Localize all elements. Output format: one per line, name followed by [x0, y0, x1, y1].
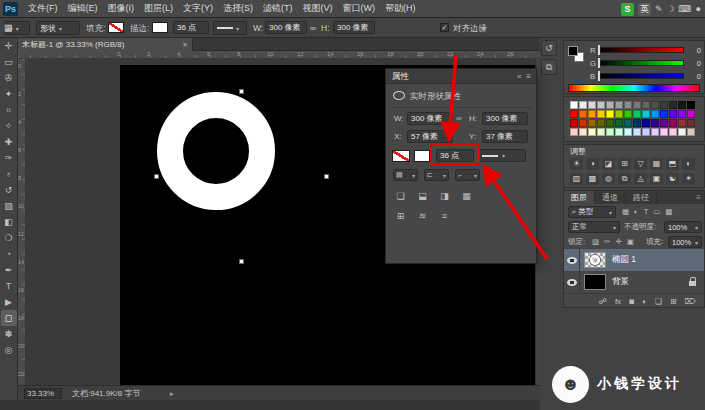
foreground-color-chip[interactable] [568, 46, 578, 56]
color-swatch[interactable] [615, 119, 623, 127]
link-layers-icon[interactable]: ☍ [599, 297, 607, 306]
fill-color-swatch[interactable] [392, 150, 410, 162]
color-swatch[interactable] [651, 101, 659, 109]
ellipse-shape-tool[interactable]: ◻ [1, 310, 17, 326]
color-swatch[interactable] [651, 110, 659, 118]
color-swatch[interactable] [669, 110, 677, 118]
adjustment-icon[interactable]: ☯ [666, 173, 679, 185]
new-group-icon[interactable]: ❏ [655, 297, 662, 306]
color-swatch[interactable] [579, 110, 587, 118]
color-swatch[interactable] [579, 119, 587, 127]
ime-badge-icon[interactable]: S [621, 3, 634, 16]
adjustment-icon[interactable]: ⬒ [666, 158, 679, 170]
visibility-toggle[interactable] [564, 249, 580, 271]
color-swatch[interactable] [678, 128, 686, 136]
color-swatch[interactable] [633, 101, 641, 109]
layer-style-icon[interactable]: fx [615, 297, 621, 306]
menu-item[interactable]: 窗口(W) [338, 0, 381, 17]
color-swatch[interactable] [624, 119, 632, 127]
eraser-tool[interactable]: ▨ [1, 198, 17, 214]
status-expand-icon[interactable]: ▸ [170, 388, 174, 399]
shape-height-field[interactable]: 300 像素 [482, 112, 528, 125]
panel-menu-icon[interactable]: ≡ [696, 191, 701, 204]
panel-tab[interactable]: 通道 [595, 191, 626, 204]
keyboard-icon[interactable]: ⌨ [679, 3, 692, 16]
color-swatch[interactable] [597, 110, 605, 118]
color-swatch[interactable] [687, 110, 695, 118]
anchor-point[interactable] [239, 89, 244, 94]
shape-height-field[interactable]: 300 像素 [333, 21, 375, 34]
layer-thumbnail[interactable] [584, 252, 606, 268]
blur-tool[interactable]: ❍ [1, 230, 17, 246]
zoom-tool[interactable]: ◎ [1, 342, 17, 358]
filter-pixel-icon[interactable]: ▦ [622, 206, 629, 218]
color-swatch[interactable] [570, 101, 578, 109]
color-swatch[interactable] [651, 119, 659, 127]
menu-item[interactable]: 视图(V) [298, 0, 338, 17]
zoom-level-field[interactable]: 33.33% [24, 388, 62, 399]
menu-item[interactable]: 帮助(H) [380, 0, 421, 17]
channel-value[interactable]: 0 [697, 72, 701, 81]
color-swatch[interactable] [597, 119, 605, 127]
color-swatch[interactable] [669, 101, 677, 109]
adjustment-icon[interactable]: ◍ [602, 173, 615, 185]
menu-item[interactable]: 文件(F) [23, 0, 63, 17]
arrange-icon[interactable]: ≡ [437, 210, 452, 223]
adjustment-icon[interactable]: ◑ [586, 158, 599, 170]
adjustment-icon[interactable]: ▣ [650, 173, 663, 185]
color-swatch[interactable] [606, 128, 614, 136]
layer-row-background[interactable]: 背景 [564, 271, 704, 293]
properties-panel-header[interactable]: 属性 « ≡ [386, 69, 536, 84]
filter-type-icon[interactable]: T [644, 206, 649, 218]
path-intersect-icon[interactable]: ◨ [437, 190, 452, 203]
adjustment-icon[interactable]: ◪ [602, 158, 615, 170]
align-icon[interactable]: ⊞ [393, 210, 408, 223]
fill-color-swatch[interactable] [108, 22, 124, 33]
brush-tool[interactable]: ✑ [1, 150, 17, 166]
x-position-field[interactable]: 57 像素 [407, 130, 453, 143]
hand-tool[interactable]: ✽ [1, 326, 17, 342]
lock-position-icon[interactable]: ✛ [615, 236, 621, 248]
dodge-tool[interactable]: ◔ [1, 246, 17, 262]
eyedropper-tool[interactable]: ✧ [1, 118, 17, 134]
path-combine-icon[interactable]: ❑ [393, 190, 408, 203]
color-spectrum-bar[interactable] [568, 84, 700, 92]
stroke-color-swatch[interactable] [152, 22, 168, 33]
tool-mode-dropdown[interactable]: 形状 ▾ [36, 21, 80, 35]
color-swatch[interactable] [633, 110, 641, 118]
anchor-point[interactable] [154, 174, 159, 179]
opacity-dropdown[interactable]: 100% ▾ [664, 221, 702, 233]
type-tool[interactable]: T [1, 278, 17, 294]
adjustment-icon[interactable]: ⊞ [618, 158, 631, 170]
quick-selection-tool[interactable]: ✦ [1, 86, 17, 102]
adjustment-icon[interactable]: ▨ [570, 173, 583, 185]
color-swatch[interactable] [633, 128, 641, 136]
shape-width-field[interactable]: 300 像素 [407, 112, 453, 125]
color-swatch[interactable] [588, 128, 596, 136]
menu-item[interactable]: 图层(L) [139, 0, 178, 17]
layer-name[interactable]: 背景 [612, 276, 629, 288]
color-swatch[interactable] [642, 110, 650, 118]
red-dot-icon[interactable]: ● [696, 3, 701, 16]
color-swatch[interactable] [669, 128, 677, 136]
adjustment-icon[interactable]: ◬ [634, 173, 647, 185]
color-swatch[interactable] [678, 101, 686, 109]
color-swatch[interactable] [588, 110, 596, 118]
color-swatch[interactable] [606, 110, 614, 118]
delete-layer-icon[interactable]: ⌦ [685, 297, 696, 306]
lasso-tool[interactable]: ✇ [1, 70, 17, 86]
link-dimensions-icon[interactable]: ∞ [456, 112, 462, 125]
gradient-tool[interactable]: ◧ [1, 214, 17, 230]
color-swatch[interactable] [660, 128, 668, 136]
color-swatch[interactable] [642, 101, 650, 109]
color-swatch[interactable] [579, 128, 587, 136]
align-edges-checkbox[interactable]: ✓ [440, 23, 449, 32]
adjustment-icon[interactable]: ✶ [682, 173, 695, 185]
close-icon[interactable]: ✕ [182, 41, 188, 49]
new-layer-icon[interactable]: ⊞ [670, 297, 677, 306]
anchor-point[interactable] [239, 259, 244, 264]
path-subtract-icon[interactable]: ⬓ [415, 190, 430, 203]
stroke-style-dropdown[interactable]: ▾ [213, 21, 247, 35]
adjustment-icon[interactable]: ▦ [650, 158, 663, 170]
move-tool[interactable]: ✛ [1, 38, 17, 54]
